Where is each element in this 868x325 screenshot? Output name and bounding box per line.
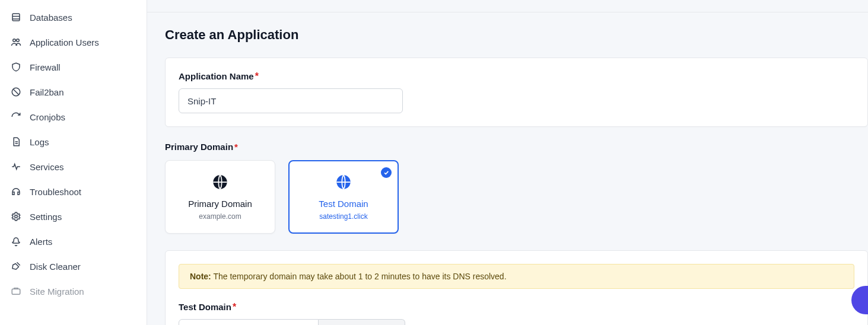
sidebar-item-label: Firewall bbox=[30, 62, 61, 72]
sidebar-item-application-users[interactable]: Application Users bbox=[0, 30, 147, 55]
sidebar-item-label: Application Users bbox=[30, 37, 99, 47]
sidebar-item-label: Logs bbox=[30, 137, 49, 147]
domain-option-title: Primary Domain bbox=[188, 199, 252, 209]
sidebar-item-databases[interactable]: Databases bbox=[0, 5, 147, 30]
test-domain-input[interactable] bbox=[179, 319, 319, 325]
test-domain-label: Test Domain bbox=[179, 302, 231, 312]
sidebar-item-firewall[interactable]: Firewall bbox=[0, 55, 147, 79]
sidebar-item-alerts[interactable]: Alerts bbox=[0, 229, 147, 254]
domain-option-sub: example.com bbox=[199, 212, 241, 221]
note-prefix: Note: bbox=[190, 272, 211, 281]
sidebar-item-label: Databases bbox=[30, 12, 72, 23]
bell-icon bbox=[11, 236, 21, 247]
sidebar-item-cronjobs[interactable]: Cronjobs bbox=[0, 104, 147, 129]
svg-line-6 bbox=[14, 90, 19, 95]
domain-option-sub: satesting1.click bbox=[319, 212, 367, 221]
svg-rect-10 bbox=[12, 289, 20, 294]
ban-icon bbox=[11, 87, 21, 97]
top-divider bbox=[147, 12, 868, 12]
shield-icon bbox=[11, 62, 21, 72]
refresh-icon bbox=[11, 111, 21, 122]
svg-point-4 bbox=[17, 39, 20, 42]
application-name-label: Application Name bbox=[179, 71, 254, 81]
sidebar-item-label: Cronjobs bbox=[30, 112, 65, 122]
test-domain-suffix-select[interactable]: . satesting1.click bbox=[319, 319, 405, 325]
database-icon bbox=[11, 12, 21, 23]
file-icon bbox=[11, 136, 21, 147]
heartbeat-icon bbox=[11, 161, 21, 172]
test-domain-card: Note: The temporary domain may take abou… bbox=[165, 250, 868, 325]
sidebar-item-label: Site Migration bbox=[30, 286, 84, 297]
main-content: Create an Application Application Name* … bbox=[147, 0, 868, 325]
note-banner: Note: The temporary domain may take abou… bbox=[179, 264, 854, 289]
migration-icon bbox=[11, 286, 21, 297]
domain-option-primary[interactable]: Primary Domain example.com bbox=[165, 160, 275, 234]
primary-domain-section-label: Primary Domain* bbox=[165, 142, 868, 152]
globe-icon bbox=[335, 174, 352, 190]
primary-domain-label-text: Primary Domain bbox=[165, 142, 233, 152]
sidebar-item-fail2ban[interactable]: Fail2ban bbox=[0, 79, 147, 104]
sidebar-item-label: Fail2ban bbox=[30, 87, 64, 97]
test-domain-input-row: . satesting1.click bbox=[179, 319, 854, 325]
application-name-input[interactable] bbox=[179, 88, 403, 113]
sidebar-item-troubleshoot[interactable]: Troubleshoot bbox=[0, 179, 147, 204]
sidebar-item-site-migration[interactable]: Site Migration bbox=[0, 279, 147, 304]
sidebar-item-services[interactable]: Services bbox=[0, 154, 147, 179]
domain-option-title: Test Domain bbox=[319, 199, 368, 209]
sidebar-item-label: Alerts bbox=[30, 237, 52, 247]
sidebar-item-label: Troubleshoot bbox=[30, 187, 81, 197]
svg-rect-0 bbox=[12, 14, 20, 21]
sidebar: Databases Application Users Firewall Fai… bbox=[0, 0, 147, 325]
sidebar-item-disk-cleaner[interactable]: Disk Cleaner bbox=[0, 254, 147, 279]
sidebar-item-settings[interactable]: Settings bbox=[0, 204, 147, 229]
sidebar-item-label: Disk Cleaner bbox=[30, 262, 81, 272]
note-text: The temporary domain may take about 1 to… bbox=[211, 272, 507, 281]
headset-icon bbox=[11, 186, 21, 197]
domain-options: Primary Domain example.com Test Domain s… bbox=[165, 160, 868, 234]
users-icon bbox=[11, 37, 21, 47]
check-icon bbox=[381, 167, 392, 178]
page-title: Create an Application bbox=[165, 27, 868, 43]
gear-icon bbox=[11, 211, 21, 222]
required-mark: * bbox=[234, 142, 238, 152]
required-mark: * bbox=[233, 302, 236, 312]
sidebar-item-logs[interactable]: Logs bbox=[0, 129, 147, 154]
required-mark: * bbox=[255, 71, 259, 81]
sidebar-item-label: Services bbox=[30, 162, 64, 172]
globe-icon bbox=[212, 174, 228, 190]
sidebar-item-label: Settings bbox=[30, 212, 62, 222]
application-name-card: Application Name* bbox=[165, 58, 868, 127]
svg-point-9 bbox=[15, 215, 18, 218]
broom-icon bbox=[11, 261, 21, 272]
svg-point-3 bbox=[13, 39, 16, 42]
domain-option-test[interactable]: Test Domain satesting1.click bbox=[288, 160, 399, 234]
